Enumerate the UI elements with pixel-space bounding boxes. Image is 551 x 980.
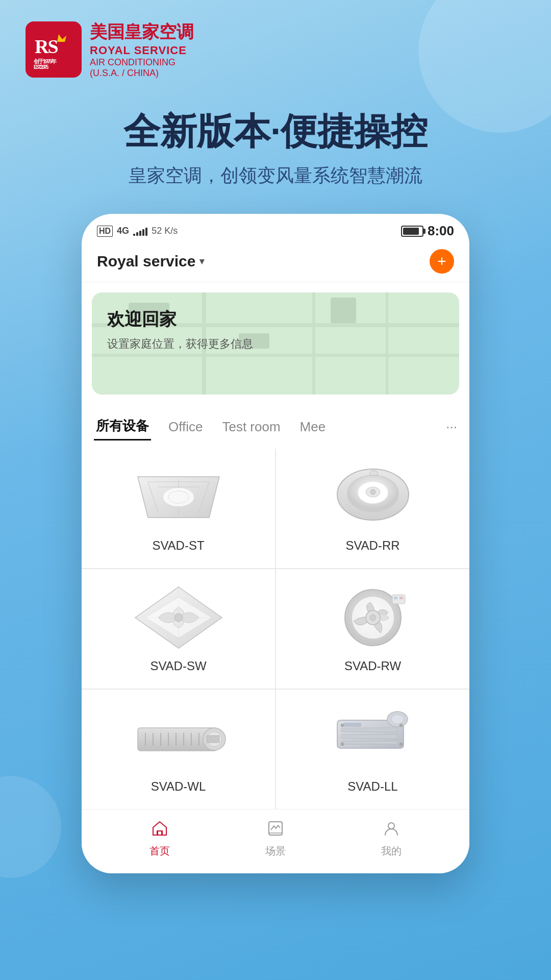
device-name-svad-wl: SVAD-WL bbox=[151, 779, 206, 794]
device-name-svad-ll: SVAD-LL bbox=[347, 779, 397, 794]
svg-point-57 bbox=[388, 823, 394, 829]
tab-office[interactable]: Office bbox=[166, 415, 205, 439]
device-name-svad-rr: SVAD-RR bbox=[345, 538, 399, 553]
signal-bar-5 bbox=[145, 228, 147, 236]
svg-rect-46 bbox=[341, 734, 397, 739]
svg-point-27 bbox=[370, 615, 376, 621]
map-road-v3 bbox=[386, 292, 388, 395]
user-icon bbox=[383, 820, 400, 841]
device-card-svad-sw[interactable]: SVAD-SW bbox=[82, 569, 275, 689]
nav-scene[interactable]: 场景 bbox=[265, 820, 286, 858]
nav-mine[interactable]: 我的 bbox=[381, 820, 402, 858]
signal-bar-3 bbox=[139, 231, 141, 236]
map-description: 设置家庭位置，获得更多信息 bbox=[107, 336, 253, 352]
scene-icon bbox=[267, 820, 284, 841]
status-bar: HD 4G 52 K/s 8:00 bbox=[82, 214, 469, 244]
svg-text:RS: RS bbox=[35, 36, 58, 57]
map-road-v2 bbox=[312, 292, 315, 395]
svg-point-12 bbox=[168, 491, 189, 503]
nav-mine-label: 我的 bbox=[381, 844, 402, 858]
status-left: HD 4G 52 K/s bbox=[97, 226, 178, 237]
network-type: HD bbox=[97, 226, 113, 237]
svg-point-17 bbox=[370, 489, 375, 495]
battery-icon bbox=[401, 226, 423, 237]
svg-point-54 bbox=[399, 743, 403, 746]
svg-rect-43 bbox=[207, 736, 219, 743]
service-name: Royal service bbox=[97, 253, 195, 270]
signal-bar-4 bbox=[142, 229, 144, 236]
brand-name-en1: ROYAL SERVICE bbox=[90, 44, 194, 57]
nav-scene-label: 场景 bbox=[265, 844, 286, 858]
phone-topbar: Royal service ▾ + bbox=[82, 244, 469, 282]
device-name-svad-sw: SVAD-SW bbox=[150, 659, 206, 673]
service-selector[interactable]: Royal service ▾ bbox=[97, 253, 204, 270]
svg-point-53 bbox=[341, 743, 344, 746]
brand-name-en3: (U.S.A. / CHINA) bbox=[90, 68, 194, 79]
status-right: 8:00 bbox=[401, 223, 454, 239]
device-card-svad-ll[interactable]: SVAD-LL bbox=[276, 690, 469, 809]
device-card-svad-rw[interactable]: SVAD-RW bbox=[276, 569, 469, 689]
device-image-svad-rw bbox=[322, 584, 424, 651]
network-4g: 4G bbox=[117, 226, 129, 236]
device-image-svad-wl bbox=[128, 705, 230, 771]
tab-all-devices[interactable]: 所有设备 bbox=[94, 413, 151, 440]
device-card-svad-st[interactable]: SVAD-ST bbox=[82, 449, 275, 568]
device-image-svad-rr bbox=[322, 464, 424, 530]
device-name-svad-st: SVAD-ST bbox=[152, 538, 204, 553]
network-speed: 52 K/s bbox=[152, 226, 178, 236]
home-icon bbox=[151, 820, 168, 841]
device-image-svad-ll bbox=[322, 705, 424, 771]
device-grid: SVAD-ST bbox=[82, 449, 469, 809]
map-road-h2 bbox=[92, 354, 459, 357]
brand-name-cn: 美国皇家空调 bbox=[90, 20, 194, 44]
phone-mockup: HD 4G 52 K/s 8:00 Roya bbox=[82, 214, 469, 873]
svg-rect-47 bbox=[341, 741, 397, 744]
hero-subtitle: 皇家空调，创领变风量系统智慧潮流 bbox=[20, 163, 531, 188]
signal-bars bbox=[133, 227, 147, 236]
tabs-more[interactable]: ··· bbox=[446, 419, 457, 435]
svg-point-18 bbox=[370, 471, 378, 476]
signal-bar-2 bbox=[136, 232, 138, 236]
svg-point-51 bbox=[341, 724, 344, 727]
device-tabs: 所有设备 Office Test room Mee ··· bbox=[82, 405, 469, 449]
map-welcome-text: 欢迎回家 bbox=[107, 308, 253, 331]
svg-point-52 bbox=[399, 724, 403, 727]
dropdown-arrow-icon: ▾ bbox=[199, 256, 204, 267]
add-device-button[interactable]: + bbox=[430, 249, 454, 274]
signal-bar-1 bbox=[133, 234, 135, 236]
logo-image: RS 创于1975年 EST.1975 bbox=[26, 21, 82, 78]
logo-container: RS 创于1975年 EST.1975 美国皇家空调 ROYAL SERVICE… bbox=[26, 20, 194, 79]
device-card-svad-rr[interactable]: SVAD-RR bbox=[276, 449, 469, 568]
status-time: 8:00 bbox=[428, 223, 454, 239]
svg-rect-28 bbox=[392, 595, 405, 604]
battery-fill bbox=[403, 228, 419, 235]
device-card-svad-wl[interactable]: SVAD-WL bbox=[82, 690, 275, 809]
logo-text: 美国皇家空调 ROYAL SERVICE AIR CONDITIONING (U… bbox=[90, 20, 194, 79]
svg-text:EST.1975: EST.1975 bbox=[34, 64, 49, 70]
svg-text:创于1975年: 创于1975年 bbox=[33, 58, 57, 64]
svg-point-49 bbox=[391, 715, 404, 724]
svg-rect-30 bbox=[399, 597, 403, 599]
tab-mee[interactable]: Mee bbox=[298, 415, 328, 439]
svg-rect-45 bbox=[341, 728, 397, 732]
device-name-svad-rw: SVAD-RW bbox=[344, 659, 401, 673]
map-text-area: 欢迎回家 设置家庭位置，获得更多信息 bbox=[107, 308, 253, 352]
tab-test-room[interactable]: Test room bbox=[220, 415, 282, 439]
add-icon: + bbox=[437, 254, 446, 269]
bottom-navigation: 首页 场景 我的 bbox=[82, 809, 469, 873]
nav-home-label: 首页 bbox=[149, 844, 170, 858]
svg-rect-29 bbox=[394, 597, 397, 599]
svg-rect-50 bbox=[343, 723, 361, 727]
device-image-svad-sw bbox=[128, 584, 230, 651]
nav-home[interactable]: 首页 bbox=[149, 820, 170, 858]
svg-rect-55 bbox=[158, 831, 162, 835]
map-block-3 bbox=[331, 298, 356, 323]
map-card[interactable]: 欢迎回家 设置家庭位置，获得更多信息 bbox=[92, 292, 459, 395]
brand-name-en2: AIR CONDITIONING bbox=[90, 57, 194, 68]
phone-wrapper: HD 4G 52 K/s 8:00 Roya bbox=[0, 214, 551, 904]
device-image-svad-st bbox=[128, 464, 230, 530]
